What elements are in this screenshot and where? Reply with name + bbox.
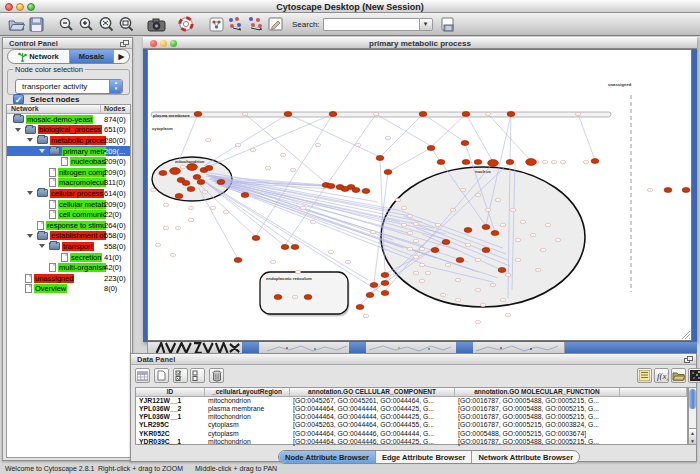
network-node[interactable] xyxy=(462,112,470,117)
column-header[interactable]: _cellularLayoutRegion xyxy=(205,388,290,396)
network-node[interactable] xyxy=(526,159,537,166)
network-node[interactable] xyxy=(182,181,190,186)
tree-row[interactable]: metabolic process280(0) xyxy=(7,135,130,146)
unselect-attributes-icon[interactable] xyxy=(190,368,205,383)
tree-row[interactable]: transport558(0) xyxy=(7,241,130,252)
tab-mosaic[interactable]: Mosaic xyxy=(70,50,114,63)
expand-triangle-icon[interactable] xyxy=(39,149,45,153)
tab-overflow-arrow[interactable]: ▶ xyxy=(114,50,129,63)
tree-header[interactable]: Network Nodes xyxy=(7,105,130,114)
node-color-dropdown[interactable]: transporter activity ▲▼ xyxy=(15,79,123,94)
expand-triangle-icon[interactable] xyxy=(39,244,45,248)
tree-row[interactable]: biological_process651(0) xyxy=(7,125,130,136)
network-node[interactable] xyxy=(197,180,205,185)
plasma-membrane-region[interactable] xyxy=(151,112,611,117)
tree-row[interactable]: nucleobase-209(0) xyxy=(7,156,130,167)
network-node[interactable] xyxy=(356,305,364,310)
tree-row[interactable]: macromolecule311(0) xyxy=(7,178,130,189)
delete-attribute-icon[interactable] xyxy=(209,368,224,383)
zoom-selected-icon[interactable] xyxy=(116,14,136,34)
network-node[interactable] xyxy=(205,166,213,171)
network-node[interactable] xyxy=(464,228,472,233)
network-node[interactable] xyxy=(682,188,690,193)
network-node[interactable] xyxy=(482,248,490,253)
table-row[interactable]: YPL036W__1mitochondrion[GO:0044464, GO:0… xyxy=(136,413,687,421)
network-node[interactable] xyxy=(381,291,389,296)
network-node[interactable] xyxy=(170,168,181,175)
expand-triangle-icon[interactable] xyxy=(27,191,33,195)
column-header[interactable]: annotation.GO MOLECULAR_FUNCTION xyxy=(455,388,620,396)
tree-row[interactable]: cellular process614(0) xyxy=(7,188,130,199)
open-folder-icon[interactable] xyxy=(6,14,26,34)
search-input[interactable] xyxy=(323,18,419,31)
zoom-fit-icon[interactable] xyxy=(96,14,116,34)
network-node[interactable] xyxy=(488,160,499,167)
network-node[interactable] xyxy=(498,268,506,273)
tab-network[interactable]: Network xyxy=(8,50,70,63)
table-row[interactable]: YKR052Ccytoplasm[GO:0044464, GO:0044446,… xyxy=(136,430,687,438)
dropdown-stepper-icon[interactable]: ▲▼ xyxy=(109,80,122,93)
network-overview-icon[interactable] xyxy=(206,14,226,34)
layout-icon-2[interactable] xyxy=(246,14,266,34)
tree-row[interactable]: cell communicat22(0) xyxy=(7,209,130,220)
network-node[interactable] xyxy=(442,240,450,245)
network-node[interactable] xyxy=(304,295,312,300)
snapshot-icon[interactable] xyxy=(146,14,166,34)
attribute-select-icon[interactable] xyxy=(135,368,150,383)
network-node[interactable] xyxy=(482,225,490,230)
help-ring-icon[interactable] xyxy=(176,14,196,34)
network-node[interactable] xyxy=(664,188,672,193)
tree-row[interactable]: unassigned223(0) xyxy=(7,273,130,284)
column-header[interactable]: ID xyxy=(136,388,205,396)
column-header[interactable]: annotation.GO CELLULAR_COMPONENT xyxy=(290,388,455,396)
manage-networks-icon[interactable] xyxy=(439,14,459,34)
expand-triangle-icon[interactable] xyxy=(27,138,33,142)
network-node[interactable] xyxy=(462,160,470,165)
network-window-titlebar[interactable]: primary metabolic process xyxy=(143,37,697,49)
tree-row[interactable]: primary metabo209(... xyxy=(7,146,130,157)
network-node[interactable] xyxy=(175,194,183,199)
function-builder-icon[interactable]: f(x) xyxy=(654,368,669,383)
table-row[interactable]: YDR039C__1mitochondrion[GO:0044464, GO:0… xyxy=(136,438,687,446)
zoom-out-icon[interactable] xyxy=(56,14,76,34)
network-node[interactable] xyxy=(193,175,201,180)
network-node[interactable] xyxy=(362,189,370,194)
network-node[interactable] xyxy=(194,112,202,117)
zoom-in-icon[interactable] xyxy=(76,14,96,34)
network-node[interactable] xyxy=(234,258,242,263)
resize-grip[interactable] xyxy=(681,330,690,339)
network-node[interactable] xyxy=(252,236,260,241)
tree-row[interactable]: secretion41(0) xyxy=(7,252,130,263)
tree-row[interactable]: multi-organism pro42(0) xyxy=(7,262,130,273)
network-node[interactable] xyxy=(329,112,337,117)
network-node[interactable] xyxy=(507,112,515,117)
float-panel-icon[interactable] xyxy=(684,356,693,363)
network-node[interactable] xyxy=(381,281,389,286)
annotation-icon[interactable] xyxy=(266,14,286,34)
network-node[interactable] xyxy=(419,112,427,117)
network-node[interactable] xyxy=(384,170,392,175)
search-dropdown-button[interactable]: ▼ xyxy=(419,18,433,31)
network-node[interactable] xyxy=(284,112,292,117)
network-node[interactable] xyxy=(241,193,249,198)
tree-row[interactable]: cellular metabo209(0) xyxy=(7,199,130,210)
tree-row[interactable]: response to stimulu264(0) xyxy=(7,220,130,231)
save-icon[interactable] xyxy=(26,14,46,34)
layout-icon-1[interactable] xyxy=(226,14,246,34)
network-node[interactable] xyxy=(281,245,289,250)
attribute-matrix-icon[interactable] xyxy=(688,368,700,383)
network-node[interactable] xyxy=(381,273,389,278)
network-node[interactable] xyxy=(506,160,514,165)
network-node[interactable] xyxy=(461,141,469,146)
network-node[interactable] xyxy=(187,187,195,192)
network-node[interactable] xyxy=(474,160,482,165)
tree-row[interactable]: Overview8(0) xyxy=(7,284,130,295)
float-panel-icon[interactable] xyxy=(120,40,129,47)
network-node[interactable] xyxy=(159,171,167,176)
network-node[interactable] xyxy=(366,293,374,298)
network-node[interactable] xyxy=(187,164,198,171)
table-row[interactable]: YLR295Ccytoplasm[GO:0045263, GO:0044464,… xyxy=(136,421,687,429)
new-attribute-icon[interactable] xyxy=(154,368,169,383)
network-node[interactable] xyxy=(327,184,335,189)
network-node[interactable] xyxy=(274,295,282,300)
